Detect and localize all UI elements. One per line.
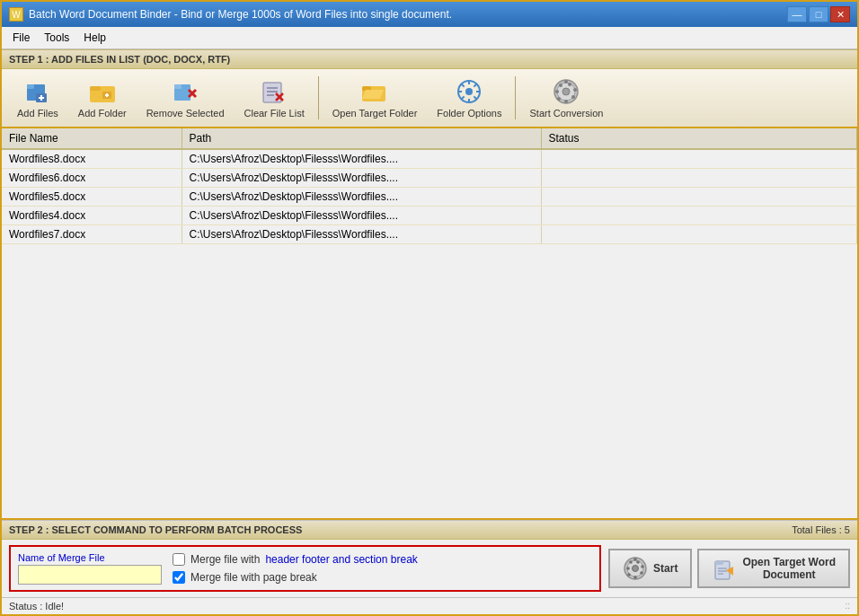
table-row[interactable]: Wordfiles5.docx C:\Users\Afroz\Desktop\F…	[2, 188, 857, 207]
title-bar-left: W Batch Word Document Binder - Bind or M…	[9, 7, 452, 22]
remove-selected-button[interactable]: Remove Selected	[138, 73, 233, 123]
resize-grip: ::	[845, 601, 850, 612]
start-conversion-button[interactable]: Start Conversion	[521, 73, 611, 123]
clear-file-list-icon	[260, 77, 288, 106]
table-header-row: File Name Path Status	[2, 128, 857, 149]
file-list-container[interactable]: File Name Path Status Wordfiles8.docx C:…	[2, 128, 857, 520]
svg-point-48	[633, 576, 637, 579]
open-target-folder-button[interactable]: Open Target Folder	[324, 73, 426, 123]
merge-name-label: Name of Merge File	[18, 552, 162, 563]
col-header-filename: File Name	[2, 128, 182, 149]
cell-filename: Wordfiles8.docx	[2, 149, 182, 169]
file-table-body: Wordfiles8.docx C:\Users\Afroz\Desktop\F…	[2, 149, 857, 244]
action-buttons: Start Open Target WordDocument	[608, 545, 850, 592]
status-text: Status : Idle!	[9, 601, 64, 612]
table-row[interactable]: Wordfiles8.docx C:\Users\Afroz\Desktop\F…	[2, 149, 857, 169]
svg-point-37	[564, 100, 568, 103]
cell-path: C:\Users\Afroz\Desktop\Filesss\Wordfiles…	[182, 149, 541, 169]
step2-label: STEP 2 : SELECT COMMAND TO PERFORM BATCH…	[9, 524, 302, 535]
cell-status	[541, 188, 857, 207]
start-conversion-icon	[552, 77, 580, 106]
svg-point-45	[636, 560, 640, 564]
start-button-icon	[623, 556, 648, 581]
col-header-path: Path	[182, 128, 541, 149]
title-bar: W Batch Word Document Binder - Bind or M…	[2, 2, 857, 27]
app-icon-letter: W	[12, 10, 20, 20]
svg-line-28	[462, 84, 465, 87]
svg-rect-11	[174, 84, 182, 89]
table-row[interactable]: Wordfiles7.docx C:\Users\Afroz\Desktop\F…	[2, 225, 857, 244]
svg-point-23	[465, 88, 473, 95]
svg-point-35	[573, 88, 577, 92]
merge-options: Merge file with header footer and sectio…	[173, 553, 418, 584]
clear-file-list-button[interactable]: Clear File List	[236, 73, 313, 123]
cell-filename: Wordfiles7.docx	[2, 225, 182, 244]
open-target-folder-icon	[360, 77, 389, 106]
svg-point-38	[557, 97, 561, 101]
menu-help[interactable]: Help	[76, 29, 113, 47]
merge-option-1-text: Merge file with	[190, 553, 260, 566]
toolbar-separator-2	[515, 76, 516, 119]
svg-point-53	[633, 566, 639, 572]
cell-path: C:\Users\Afroz\Desktop\Filesss\Wordfiles…	[182, 225, 541, 244]
svg-point-34	[568, 83, 571, 86]
add-folder-icon	[88, 77, 117, 106]
open-target-word-label: Open Target WordDocument	[742, 556, 836, 581]
svg-line-29	[474, 96, 477, 99]
remove-selected-icon	[171, 77, 199, 106]
add-files-label: Add Files	[17, 108, 58, 119]
app-window: W Batch Word Document Binder - Bind or M…	[0, 0, 859, 616]
cell-filename: Wordfiles4.docx	[2, 207, 182, 225]
menu-tools[interactable]: Tools	[37, 29, 76, 47]
table-row[interactable]: Wordfiles6.docx C:\Users\Afroz\Desktop\F…	[2, 169, 857, 188]
step2-container: STEP 2 : SELECT COMMAND TO PERFORM BATCH…	[2, 520, 857, 597]
merge-file-section: Name of Merge File Merge file with heade…	[9, 545, 601, 592]
add-files-button[interactable]: Add Files	[9, 73, 66, 123]
open-target-folder-label: Open Target Folder	[332, 108, 418, 119]
cell-filename: Wordfiles6.docx	[2, 169, 182, 188]
cell-status	[541, 169, 857, 188]
start-button-label: Start	[653, 562, 677, 575]
cell-status	[541, 207, 857, 225]
merge-option-2: Merge file with page break	[173, 571, 418, 584]
cell-path: C:\Users\Afroz\Desktop\Filesss\Wordfiles…	[182, 207, 541, 225]
remove-selected-label: Remove Selected	[146, 108, 225, 119]
window-controls: — □ ✕	[787, 6, 850, 22]
menu-bar: File Tools Help	[2, 27, 857, 49]
merge-option-1-checkbox[interactable]	[173, 553, 185, 566]
svg-point-47	[640, 571, 643, 575]
window-title: Batch Word Document Binder - Bind or Mer…	[29, 8, 452, 21]
add-files-icon	[23, 77, 52, 106]
open-target-word-button[interactable]: Open Target WordDocument	[697, 549, 850, 588]
open-target-word-icon	[712, 556, 737, 581]
merge-option-2-checkbox[interactable]	[173, 571, 185, 584]
col-header-status: Status	[541, 128, 857, 149]
cell-path: C:\Users\Afroz\Desktop\Filesss\Wordfiles…	[182, 188, 541, 207]
add-folder-label: Add Folder	[78, 108, 127, 119]
maximize-button[interactable]: □	[809, 6, 828, 22]
svg-point-51	[629, 560, 633, 564]
svg-point-39	[555, 90, 559, 93]
start-button[interactable]: Start	[608, 549, 692, 588]
minimize-button[interactable]: —	[787, 6, 807, 22]
merge-option-2-text: Merge file with page break	[190, 571, 317, 584]
svg-point-36	[571, 95, 575, 99]
table-row[interactable]: Wordfiles4.docx C:\Users\Afroz\Desktop\F…	[2, 207, 857, 225]
merge-name-input[interactable]	[18, 565, 162, 585]
step2-content: Name of Merge File Merge file with heade…	[2, 540, 857, 597]
svg-line-30	[474, 84, 477, 87]
merge-option-1-link[interactable]: header footer and section break	[265, 553, 417, 566]
step1-header: STEP 1 : ADD FILES IN LIST (DOC, DOCX, R…	[2, 49, 857, 69]
close-button[interactable]: ✕	[830, 6, 850, 22]
cell-status	[541, 149, 857, 169]
start-conversion-label: Start Conversion	[529, 108, 603, 119]
total-files: Total Files : 5	[792, 524, 850, 535]
svg-point-52	[633, 558, 637, 561]
cell-filename: Wordfiles5.docx	[2, 188, 182, 207]
svg-rect-1	[27, 84, 34, 89]
add-folder-button[interactable]: Add Folder	[70, 73, 135, 123]
menu-file[interactable]: File	[5, 29, 37, 47]
step2-header: STEP 2 : SELECT COMMAND TO PERFORM BATCH…	[2, 521, 857, 540]
svg-rect-55	[715, 561, 723, 565]
folder-options-button[interactable]: Folder Options	[429, 73, 509, 123]
